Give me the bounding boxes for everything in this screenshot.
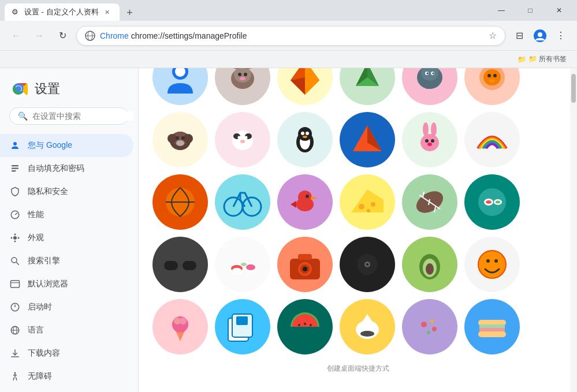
sidebar-item-label: 无障碍 [28,371,52,382]
sidebar-header: 设置 [0,68,138,103]
avatar-item-12[interactable] [464,112,520,167]
avatar-item-5[interactable] [402,68,457,105]
avatar-item-24[interactable] [464,237,520,292]
sidebar-item-accessibility[interactable]: 无障碍 [0,365,133,388]
svg-point-153 [310,324,312,326]
sidebar-item-system[interactable]: 系统 [0,388,133,392]
svg-point-4 [538,32,542,37]
search-input[interactable] [32,111,133,121]
avatar-item-8[interactable] [215,112,270,167]
scrollbar-thumb[interactable] [571,74,576,103]
avatar-item-9[interactable] [277,112,333,167]
sidebar-item-downloads[interactable]: 下载内容 [0,342,133,365]
avatar-item-6[interactable] [464,68,520,105]
avatar-item-14[interactable] [215,174,270,230]
url-bar[interactable]: Chrome chrome://settings/manageProfile ☆ [76,26,505,46]
avatar-item-19[interactable] [152,237,208,292]
sidebar-item-label: 隐私和安全 [28,186,68,197]
svg-point-133 [303,267,307,271]
avatar-item-22[interactable] [340,237,395,292]
sidebar-item-performance[interactable]: 性能 [0,203,133,226]
avatar-item-25[interactable] [152,299,208,354]
sidebar-item-label: 您与 Google [28,140,72,151]
svg-point-70 [176,136,179,140]
avatar-item-2[interactable] [215,68,270,105]
svg-rect-150 [236,316,248,325]
avatar-item-1[interactable] [152,68,208,105]
svg-point-107 [367,209,370,212]
accessibility-icon [9,371,21,382]
avatar-item-27[interactable] [277,299,333,354]
minimize-button[interactable]: — [488,2,515,19]
svg-point-147 [180,318,187,324]
main-layout: 设置 🔍 您与 Google 自动填充和密码 隐私和安全 性能 外观 搜索引擎 … [0,68,577,392]
avatar-item-17[interactable] [402,174,457,230]
address-bar: ← → ↻ Chrome chrome://settings/managePro… [0,21,577,51]
active-tab[interactable]: ⚙ 设置 - 自定义个人资料 ✕ [5,3,120,21]
scrollbar-track[interactable] [570,68,577,392]
avatar-item-26[interactable] [215,299,270,354]
svg-rect-118 [164,261,178,270]
sidebar-item-startup[interactable]: 启动时 [0,296,133,319]
back-button[interactable]: ← [7,27,25,45]
sidebar: 设置 🔍 您与 Google 自动填充和密码 隐私和安全 性能 外观 搜索引擎 … [0,68,139,392]
new-tab-button[interactable]: + [122,5,138,21]
sidebar-item-language[interactable]: 语言 [0,319,133,342]
close-button[interactable]: ✕ [546,2,572,19]
avatar-item-15[interactable] [277,174,333,230]
svg-point-79 [240,140,245,143]
sidebar-item-browser[interactable]: 默认浏览器 [0,272,133,296]
svg-point-106 [371,202,375,207]
tab-search-icon[interactable]: ⊟ [510,27,528,45]
svg-point-71 [181,136,185,140]
avatar-item-23[interactable] [402,237,457,292]
svg-point-117 [496,201,500,204]
sidebar-item-label: 语言 [28,325,44,335]
svg-point-105 [359,204,364,210]
svg-point-160 [427,331,430,334]
bookmark-star-icon[interactable]: ☆ [489,30,497,41]
svg-marker-155 [357,314,378,330]
avatar-item-13[interactable] [152,174,208,230]
maximize-button[interactable]: □ [517,2,544,19]
menu-icon[interactable]: ⋮ [552,27,570,45]
svg-point-9 [13,142,17,145]
sidebar-search-bar[interactable]: 🔍 [9,107,129,125]
avatar-item-28[interactable] [340,299,395,354]
avatar-item-7[interactable] [152,112,208,167]
sidebar-item-privacy[interactable]: 隐私和安全 [0,180,133,203]
avatar-item-20[interactable] [215,237,270,292]
svg-rect-130 [298,254,312,260]
downloads-icon [9,348,21,359]
svg-point-158 [421,322,427,327]
avatar-item-30[interactable] [464,299,520,354]
sidebar-item-autofill[interactable]: 自动填充和密码 [0,157,133,180]
avatar-item-3[interactable] [277,68,333,105]
forward-button[interactable]: → [30,27,49,45]
svg-point-140 [426,263,434,275]
content-area: 创建桌面端快捷方式 [139,68,577,392]
sidebar-item-google[interactable]: 您与 Google [0,134,133,157]
all-bookmarks[interactable]: 📁 📁 所有书签 [514,53,570,65]
title-bar: ⚙ 设置 - 自定义个人资料 ✕ + — □ ✕ [0,0,577,21]
avatar-item-4[interactable] [340,68,395,105]
avatar-item-16[interactable] [340,174,395,230]
tab-favicon: ⚙ [12,8,21,17]
tab-close-button[interactable]: ✕ [102,7,113,17]
avatar-item-18[interactable] [464,174,520,230]
svg-point-141 [478,251,506,278]
avatar-item-29[interactable] [402,299,457,354]
svg-marker-104 [351,189,384,212]
nav-items: 您与 Google 自动填充和密码 隐私和安全 性能 外观 搜索引擎 默认浏览器… [0,134,138,392]
avatar-item-11[interactable] [402,112,457,167]
avatar-item-21[interactable] [277,237,333,292]
sidebar-item-appearance[interactable]: 外观 [0,226,133,249]
svg-point-128 [241,263,247,266]
profile-icon[interactable] [531,27,549,45]
svg-point-77 [238,136,241,139]
reload-button[interactable]: ↻ [53,27,72,45]
site-info-icon[interactable] [85,31,95,41]
sidebar-item-search[interactable]: 搜索引擎 [0,249,133,272]
svg-point-82 [298,127,312,141]
avatar-item-10[interactable] [340,112,395,167]
